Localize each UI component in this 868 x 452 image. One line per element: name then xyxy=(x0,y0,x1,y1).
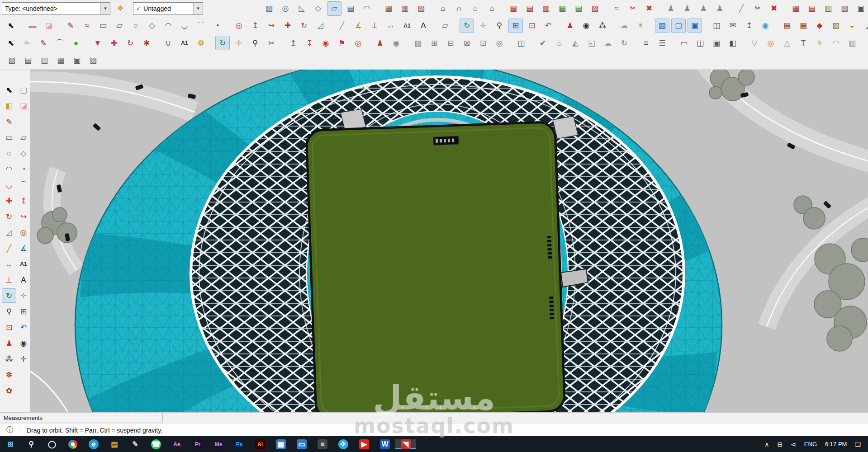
zoom-window-icon[interactable]: ⊞ xyxy=(16,304,31,319)
dome-3d-icon[interactable]: ◠ xyxy=(360,1,374,16)
green-grid-icon-1[interactable]: ▦ xyxy=(555,1,569,16)
grid-icon[interactable]: ⊞ xyxy=(427,36,441,50)
component-icon[interactable]: ▢ xyxy=(16,83,31,97)
telegram-icon[interactable]: ✈ xyxy=(333,439,354,449)
spin-icon[interactable]: ↻ xyxy=(617,36,631,50)
network-icon[interactable]: ⊟ xyxy=(773,436,787,452)
threed-text-icon[interactable]: A xyxy=(16,273,31,287)
edge-icon[interactable]: e xyxy=(83,439,104,449)
shaded-style-icon[interactable]: ▣ xyxy=(688,19,702,33)
hatch-icon[interactable]: ▨ xyxy=(411,36,425,50)
figure-icon-2[interactable]: ♟ xyxy=(680,1,694,16)
move-icon[interactable]: ✚ xyxy=(280,19,295,33)
pan-icon[interactable]: ✛ xyxy=(16,288,31,303)
prism-3d-icon[interactable]: ◇ xyxy=(311,1,325,16)
dark-app-icon[interactable]: ■ xyxy=(312,439,333,449)
circle-green-icon[interactable]: ● xyxy=(69,36,83,50)
chevron-down-icon[interactable]: ▾ xyxy=(193,3,203,14)
donut-icon[interactable]: ◎ xyxy=(764,36,778,50)
file-explorer-icon[interactable]: ▤ xyxy=(104,439,125,449)
eraser-icon[interactable]: ◪ xyxy=(16,99,31,113)
slab-3d-icon[interactable]: ▱ xyxy=(327,1,342,16)
box-3d-icon[interactable]: ▧ xyxy=(262,1,276,16)
red-grid-icon-2[interactable]: ▤ xyxy=(522,1,537,16)
cone-icon[interactable]: △ xyxy=(780,36,794,50)
zoom-extents-icon[interactable]: ⊡ xyxy=(2,320,16,334)
media-encoder-icon[interactable]: Me xyxy=(208,439,229,449)
wrench-icon[interactable]: ⚙ xyxy=(194,36,208,50)
axes-icon[interactable]: ⊥ xyxy=(367,19,382,33)
pie-icon[interactable]: ◔ xyxy=(16,162,31,176)
walk-icon[interactable]: ⁂ xyxy=(2,352,16,366)
teapot-icon[interactable]: ♨ xyxy=(552,36,566,50)
scale-icon[interactable]: ◿ xyxy=(313,19,327,33)
shell-icon[interactable]: ◎ xyxy=(492,36,507,50)
cloud-icon[interactable]: ☁ xyxy=(601,36,615,50)
intersect-icon[interactable]: ⊠ xyxy=(460,36,474,50)
component-icon[interactable]: ◫ xyxy=(709,19,724,33)
offset-icon[interactable]: ◎ xyxy=(232,19,246,33)
red-x-icon[interactable]: ✖ xyxy=(642,1,656,16)
cut-icon[interactable]: ✂ xyxy=(750,1,765,16)
detail-inspector-icon[interactable]: ❖ xyxy=(113,1,128,16)
measure-icon[interactable]: ╱ xyxy=(734,1,749,16)
pen-icon[interactable]: ✎ xyxy=(125,439,146,449)
pie-icon[interactable]: ◔ xyxy=(210,19,224,33)
position-camera-icon[interactable]: ♟ xyxy=(2,336,16,350)
text-icon[interactable]: A1 xyxy=(16,257,31,271)
avatar-icon[interactable]: ◉ xyxy=(389,36,403,50)
red-grid-icon-1[interactable]: ▦ xyxy=(506,1,521,16)
eraser-icon[interactable]: ◪ xyxy=(42,19,56,33)
xray-style-icon[interactable]: ▧ xyxy=(655,19,669,33)
red-grid-icon-4[interactable]: ▨ xyxy=(588,1,602,16)
language-indicator[interactable]: ENG xyxy=(800,436,821,452)
look-around-icon[interactable]: ◉ xyxy=(16,336,31,350)
distribute-icon[interactable]: ☰ xyxy=(655,36,669,50)
youtube-icon[interactable]: ▶ xyxy=(354,439,375,449)
right-view-icon[interactable]: ▦ xyxy=(53,53,68,68)
select-tool-icon[interactable]: ⬉ xyxy=(4,19,18,33)
rotate-icon[interactable]: ↻ xyxy=(2,209,16,224)
select-tool-icon[interactable]: ⬉ xyxy=(2,83,16,97)
blue-app-icon[interactable]: ▣ xyxy=(270,439,291,449)
crop-icon[interactable]: ✂ xyxy=(264,36,279,50)
whatsapp-icon[interactable]: ☎ xyxy=(146,439,166,449)
mail-icon[interactable]: ✉ xyxy=(726,19,740,33)
three-point-arc-icon[interactable]: ⌒ xyxy=(16,178,31,192)
zoom-previous-icon[interactable]: ↶ xyxy=(541,19,555,33)
scale-icon[interactable]: ◿ xyxy=(2,225,16,240)
walk-icon[interactable]: ⁂ xyxy=(595,19,610,33)
start-icon[interactable]: ⊞ xyxy=(0,439,21,449)
orbit-icon[interactable]: ↻ xyxy=(215,36,230,50)
magnet-icon[interactable]: ∪ xyxy=(161,36,175,50)
arc-pencil-icon[interactable]: ⌒ xyxy=(52,36,67,50)
section-view-icon[interactable]: ▨ xyxy=(86,53,100,68)
curtain-grid-icon[interactable]: ▥ xyxy=(821,1,835,16)
navigate-icon[interactable]: ✛ xyxy=(16,352,31,366)
pinwheel-icon[interactable]: ✱ xyxy=(139,36,154,50)
action-center-icon[interactable]: ❏ xyxy=(851,436,865,452)
offset-icon[interactable]: ◎ xyxy=(16,225,31,240)
extrude-icon[interactable]: ◱ xyxy=(584,36,599,50)
pan-icon[interactable]: ✛ xyxy=(476,19,490,33)
photoshop-icon[interactable]: Ps xyxy=(229,439,250,449)
rectangle-icon[interactable]: ▭ xyxy=(96,19,110,33)
check-circle-icon[interactable]: ✔ xyxy=(536,36,550,50)
volume-icon[interactable]: ⊲ xyxy=(787,436,800,452)
warehouse-icon[interactable]: ▨ xyxy=(414,1,428,16)
pan-icon[interactable]: ✛ xyxy=(232,36,246,50)
chevron-down-icon[interactable]: ▾ xyxy=(100,3,110,14)
funnel-icon[interactable]: ▽ xyxy=(747,36,762,50)
type-dropdown[interactable]: Type: <undefined> ▾ xyxy=(2,2,110,15)
front-view-icon[interactable]: ▥ xyxy=(37,53,52,68)
top-view-icon[interactable]: ▤ xyxy=(21,53,35,68)
polygon-icon[interactable]: ◇ xyxy=(16,146,31,160)
paint-bucket-icon[interactable]: ◧ xyxy=(2,99,16,113)
camera-icon[interactable]: ◎ xyxy=(351,36,365,50)
follow-me-icon[interactable]: ↪ xyxy=(16,209,31,224)
plugin-flower-icon[interactable]: ✽ xyxy=(2,367,16,382)
tag-dropdown[interactable]: ✓ Untagged ▾ xyxy=(133,2,203,15)
clock[interactable]: 6:17 PM xyxy=(821,436,851,452)
cylinder-3d-icon[interactable]: ◎ xyxy=(278,1,293,16)
show-desktop-button[interactable] xyxy=(865,436,868,452)
